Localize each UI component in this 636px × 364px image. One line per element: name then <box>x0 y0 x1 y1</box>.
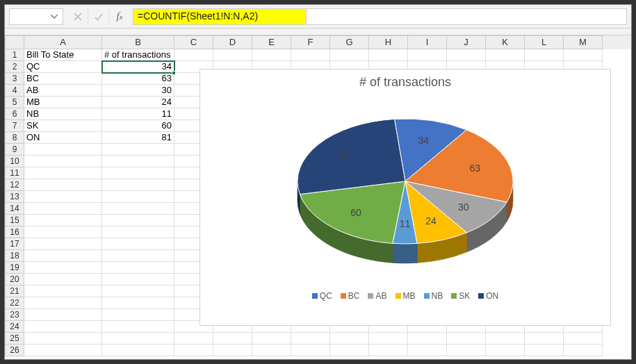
cell-H1[interactable] <box>369 49 408 61</box>
row-header-11[interactable]: 11 <box>5 167 24 179</box>
row-header-25[interactable]: 25 <box>5 333 24 345</box>
row-header-2[interactable]: 2 <box>5 61 24 73</box>
row-header-3[interactable]: 3 <box>5 73 24 85</box>
row-header-5[interactable]: 5 <box>5 97 24 108</box>
cell-B2[interactable]: 34 <box>102 61 174 73</box>
legend-item-NB[interactable]: NB <box>424 291 443 301</box>
col-header-G[interactable]: G <box>330 35 369 49</box>
cell-B1[interactable]: # of transactions <box>102 49 174 61</box>
cell-B7[interactable]: 60 <box>102 120 174 132</box>
cell-B9[interactable] <box>102 144 174 156</box>
cell-A4[interactable]: AB <box>24 85 102 97</box>
col-header-F[interactable]: F <box>291 35 330 49</box>
cell-F26[interactable] <box>291 345 330 356</box>
cell-L26[interactable] <box>525 345 564 356</box>
row-header-9[interactable]: 9 <box>5 144 24 156</box>
cell-C26[interactable] <box>174 345 213 356</box>
cell-B24[interactable] <box>102 321 174 333</box>
row-header-17[interactable]: 17 <box>5 238 24 250</box>
cell-A23[interactable] <box>24 309 102 321</box>
legend-item-BC[interactable]: BC <box>341 291 360 301</box>
col-header-H[interactable]: H <box>369 35 408 49</box>
cell-A11[interactable] <box>24 167 102 179</box>
legend-item-QC[interactable]: QC <box>312 291 332 301</box>
cell-I1[interactable] <box>408 49 447 61</box>
cell-A15[interactable] <box>24 215 102 226</box>
cell-A21[interactable] <box>24 286 102 297</box>
col-header-C[interactable]: C <box>174 35 213 49</box>
legend-item-MB[interactable]: MB <box>396 291 416 301</box>
cell-G1[interactable] <box>330 49 369 61</box>
cell-A8[interactable]: ON <box>24 132 102 144</box>
cell-M25[interactable] <box>564 333 603 345</box>
cell-H26[interactable] <box>369 345 408 356</box>
name-box-dropdown-icon[interactable] <box>49 9 60 24</box>
cell-M1[interactable] <box>564 49 603 61</box>
enter-icon[interactable] <box>88 8 109 25</box>
cell-I25[interactable] <box>408 333 447 345</box>
col-header-I[interactable]: I <box>408 35 447 49</box>
cell-B22[interactable] <box>102 297 174 309</box>
cell-B17[interactable] <box>102 238 174 250</box>
row-header-16[interactable]: 16 <box>5 226 24 238</box>
row-header-26[interactable]: 26 <box>5 345 24 356</box>
cell-G26[interactable] <box>330 345 369 356</box>
col-header-K[interactable]: K <box>486 35 525 49</box>
cell-A2[interactable]: QC <box>24 61 102 73</box>
row-header-12[interactable]: 12 <box>5 179 24 191</box>
cell-A14[interactable] <box>24 203 102 215</box>
row-header-4[interactable]: 4 <box>5 85 24 97</box>
cell-B4[interactable]: 30 <box>102 85 174 97</box>
cell-B15[interactable] <box>102 215 174 226</box>
cell-A20[interactable] <box>24 274 102 286</box>
cell-M26[interactable] <box>564 345 603 356</box>
fill-handle[interactable] <box>172 71 176 75</box>
col-header-A[interactable]: A <box>24 35 102 49</box>
cell-B13[interactable] <box>102 191 174 203</box>
cell-A26[interactable] <box>24 345 102 356</box>
col-header-L[interactable]: L <box>525 35 564 49</box>
cell-E1[interactable] <box>252 49 291 61</box>
cell-D1[interactable] <box>213 49 252 61</box>
legend-item-ON[interactable]: ON <box>478 291 498 301</box>
cell-B23[interactable] <box>102 309 174 321</box>
cell-A22[interactable] <box>24 297 102 309</box>
row-header-7[interactable]: 7 <box>5 120 24 132</box>
cell-L25[interactable] <box>525 333 564 345</box>
legend-item-AB[interactable]: AB <box>368 291 386 301</box>
row-header-20[interactable]: 20 <box>5 274 24 286</box>
cell-A10[interactable] <box>24 156 102 167</box>
row-header-21[interactable]: 21 <box>5 286 24 297</box>
cell-A5[interactable]: MB <box>24 97 102 108</box>
formula-input-extra[interactable] <box>307 8 627 25</box>
cell-B5[interactable]: 24 <box>102 97 174 108</box>
cell-B21[interactable] <box>102 286 174 297</box>
row-header-10[interactable]: 10 <box>5 156 24 167</box>
row-header-8[interactable]: 8 <box>5 132 24 144</box>
select-all-corner[interactable] <box>5 35 24 49</box>
cell-B14[interactable] <box>102 203 174 215</box>
col-header-E[interactable]: E <box>252 35 291 49</box>
row-header-18[interactable]: 18 <box>5 250 24 262</box>
row-header-23[interactable]: 23 <box>5 309 24 321</box>
cell-K26[interactable] <box>486 345 525 356</box>
cell-B11[interactable] <box>102 167 174 179</box>
cell-E26[interactable] <box>252 345 291 356</box>
cell-G25[interactable] <box>330 333 369 345</box>
cell-D25[interactable] <box>213 333 252 345</box>
cell-J26[interactable] <box>447 345 486 356</box>
name-box[interactable] <box>9 8 63 25</box>
cell-K1[interactable] <box>486 49 525 61</box>
cell-B19[interactable] <box>102 262 174 274</box>
cell-A19[interactable] <box>24 262 102 274</box>
cancel-icon[interactable] <box>67 8 88 25</box>
cell-K25[interactable] <box>486 333 525 345</box>
cell-A13[interactable] <box>24 191 102 203</box>
cell-A16[interactable] <box>24 226 102 238</box>
row-header-24[interactable]: 24 <box>5 321 24 333</box>
row-header-13[interactable]: 13 <box>5 191 24 203</box>
cell-C1[interactable] <box>174 49 213 61</box>
col-header-J[interactable]: J <box>447 35 486 49</box>
legend-item-SK[interactable]: SK <box>451 291 470 301</box>
cell-B20[interactable] <box>102 274 174 286</box>
